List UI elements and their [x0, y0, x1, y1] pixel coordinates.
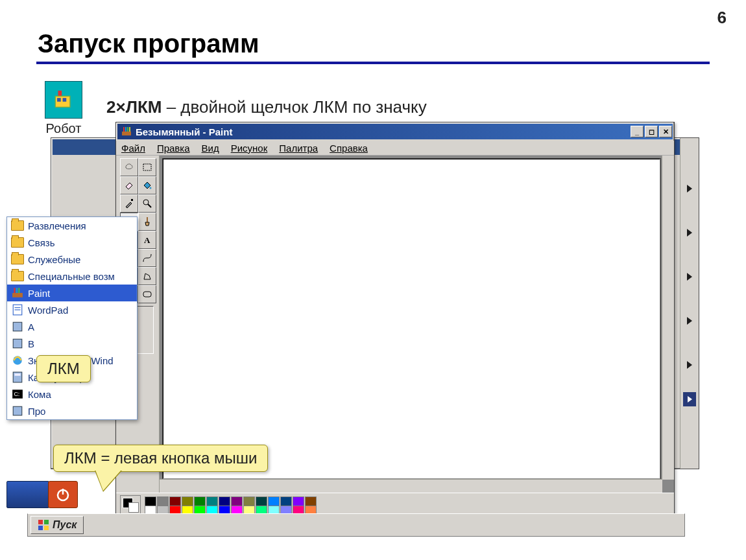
palette-swatch[interactable]	[231, 496, 243, 506]
palette-swatch[interactable]	[169, 496, 181, 506]
minimize-button[interactable]: _	[631, 126, 644, 137]
close-button[interactable]: ✕	[659, 126, 672, 137]
start-menu-item[interactable]: B	[7, 335, 137, 352]
menu-palette[interactable]: Палитра	[279, 143, 318, 154]
palette-swatch[interactable]	[243, 496, 255, 506]
folder-icon	[11, 236, 24, 249]
palette-swatch[interactable]	[206, 496, 218, 506]
palette-swatch[interactable]	[280, 496, 292, 506]
start-button[interactable]: Пуск	[30, 516, 84, 534]
tool-curve[interactable]	[138, 249, 156, 267]
start-menu-item[interactable]: A	[7, 318, 137, 335]
slide-title: Запуск программ	[38, 29, 259, 58]
folder-icon	[11, 270, 24, 283]
tool-round-rect[interactable]	[138, 285, 156, 303]
start-menu-item[interactable]: Paint	[7, 285, 137, 301]
svg-rect-27	[18, 288, 19, 293]
svg-rect-0	[58, 91, 62, 97]
menu-item-label: A	[28, 321, 34, 332]
menu-image[interactable]: Рисунок	[231, 143, 268, 154]
svg-text:C:: C:	[14, 391, 19, 397]
menu-bar[interactable]: Файл Правка Вид Рисунок Палитра Справка	[116, 141, 674, 156]
svg-rect-14	[147, 217, 148, 222]
windows-logo-icon	[38, 519, 49, 531]
svg-rect-38	[13, 406, 22, 415]
callout-lkm-expansion: ЛКМ = левая кнопка мыши	[53, 445, 268, 472]
instruction-text: 2×ЛКМ – двойной щелчок ЛКМ по значку	[106, 97, 427, 117]
tool-magnifier[interactable]	[138, 194, 156, 213]
palette-swatch[interactable]	[305, 496, 317, 506]
tool-color-picker[interactable]	[120, 194, 138, 213]
palette-swatch[interactable]	[194, 496, 206, 506]
start-menu-item[interactable]: Связь	[7, 234, 137, 251]
palette-swatch[interactable]	[157, 496, 169, 506]
svg-rect-2	[57, 98, 61, 102]
start-menu-item[interactable]: C:Кома	[7, 386, 137, 402]
menu-item-label: WordPad	[28, 305, 68, 316]
svg-point-10	[150, 187, 152, 189]
page-number: 6	[717, 8, 727, 28]
maximize-button[interactable]: ◻	[645, 126, 658, 137]
ie-icon	[11, 354, 24, 367]
palette-swatch[interactable]	[268, 496, 280, 506]
expand-arrow-icon[interactable]	[687, 229, 692, 237]
svg-rect-7	[127, 127, 128, 132]
tool-fill[interactable]	[138, 176, 156, 194]
tool-eraser[interactable]	[120, 176, 138, 194]
start-button-label: Пуск	[53, 519, 77, 531]
start-menu-item[interactable]: Развлечения	[7, 217, 137, 234]
taskbar[interactable]: Пуск	[27, 513, 685, 537]
palette-swatch[interactable]	[256, 496, 267, 506]
start-menu-item[interactable]: Специальные возм	[7, 268, 137, 285]
generic-icon	[11, 337, 24, 350]
menu-item-label: Связь	[28, 237, 54, 248]
start-menu-item[interactable]: Служебные	[7, 251, 137, 268]
power-button[interactable]	[48, 481, 78, 508]
menu-file[interactable]: Файл	[121, 143, 145, 154]
menu-view[interactable]: Вид	[202, 143, 219, 154]
calc-icon	[11, 371, 24, 384]
svg-rect-43	[38, 526, 43, 530]
start-menu-item[interactable]: Про	[7, 402, 137, 419]
svg-rect-31	[13, 322, 22, 331]
desktop-icon-robot[interactable]: Робот	[38, 81, 90, 136]
svg-rect-11	[131, 199, 133, 201]
svg-rect-44	[44, 526, 49, 530]
expand-arrow-icon[interactable]	[687, 317, 692, 325]
generic-icon	[11, 404, 24, 417]
tool-brush[interactable]	[138, 213, 156, 231]
expand-button[interactable]	[683, 392, 696, 406]
svg-rect-41	[38, 520, 43, 524]
expand-arrow-icon[interactable]	[687, 185, 692, 192]
start-programs-menu[interactable]: РазвлеченияСвязьСлужебныеСпециальные воз…	[6, 216, 138, 420]
svg-rect-5	[123, 127, 125, 132]
menu-help[interactable]: Справка	[330, 143, 368, 154]
menu-item-label: Специальные возм	[28, 271, 115, 282]
expand-arrow-icon[interactable]	[687, 361, 692, 369]
svg-text:A: A	[144, 235, 150, 245]
canvas[interactable]	[162, 158, 661, 480]
wordpad-icon	[11, 303, 24, 316]
tool-text[interactable]: A	[138, 231, 156, 249]
title-bar[interactable]: Безымянный - Paint _ ◻ ✕	[117, 124, 673, 139]
vertical-scrollbar[interactable]	[662, 156, 674, 480]
menu-edit[interactable]: Правка	[157, 143, 190, 154]
palette-swatch[interactable]	[182, 496, 193, 506]
paint-icon	[11, 286, 24, 299]
horizontal-scrollbar[interactable]	[160, 479, 662, 493]
tool-free-select[interactable]	[120, 158, 138, 176]
svg-rect-35	[15, 373, 21, 375]
robot-icon	[45, 81, 82, 119]
folder-icon	[11, 253, 24, 266]
tool-polygon[interactable]	[138, 267, 156, 285]
palette-swatch[interactable]	[219, 496, 230, 506]
canvas-area	[160, 156, 674, 493]
expand-arrow-icon[interactable]	[687, 273, 692, 281]
tool-rect-select[interactable]	[138, 158, 156, 176]
current-colors[interactable]	[120, 495, 141, 515]
menu-item-label: B	[28, 338, 34, 349]
palette-swatch[interactable]	[145, 496, 156, 506]
start-menu-item[interactable]: WordPad	[7, 301, 137, 318]
palette-swatch[interactable]	[293, 496, 304, 506]
svg-rect-4	[122, 132, 131, 135]
